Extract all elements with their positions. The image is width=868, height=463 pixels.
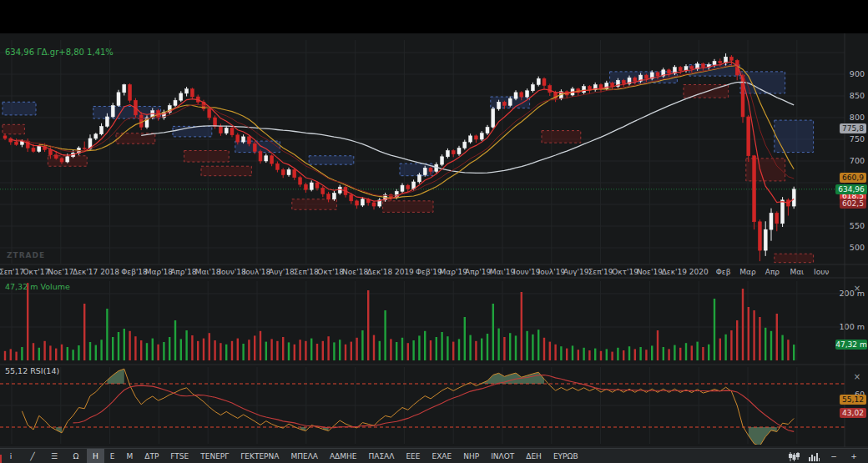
rsi-name: RSI(14) xyxy=(30,366,59,375)
toolbar-spacer xyxy=(584,449,785,463)
svg-text:800: 800 xyxy=(850,113,865,122)
volume-pane-close-icon[interactable]: × xyxy=(852,284,862,294)
ticker-shortcut-ΔΤΡ[interactable]: ΔΤΡ xyxy=(139,449,164,463)
svg-text:900: 900 xyxy=(850,69,865,78)
svg-text:Ιουν: Ιουν xyxy=(814,268,829,276)
svg-text:Απρ: Απρ xyxy=(765,268,780,276)
ticker-shortcut-ΕΕΕ[interactable]: ΕΕΕ xyxy=(400,449,426,463)
ticker-shortcut-ΝΗΡ[interactable]: ΝΗΡ xyxy=(457,449,485,463)
toolbar-right-group: − + xyxy=(785,449,868,463)
toolbar-left-group: i╱☰Ω xyxy=(0,449,87,463)
ticker-symbol: ΓΔ.gr xyxy=(37,48,58,57)
zoom-out-button[interactable]: − xyxy=(825,452,843,460)
svg-text:Φεβ: Φεβ xyxy=(716,268,731,276)
svg-text:Ιουλ'19: Ιουλ'19 xyxy=(537,268,565,276)
svg-text:Μαι'18: Μαι'18 xyxy=(195,268,221,276)
svg-text:Απρ'19: Απρ'19 xyxy=(465,268,491,276)
candle-chart-icon[interactable] xyxy=(785,452,803,461)
svg-text:Μαι'19: Μαι'19 xyxy=(490,268,516,276)
ticker-shortcut-ΠΑΣΑΛ[interactable]: ΠΑΣΑΛ xyxy=(363,449,401,463)
svg-text:Ιουλ'18: Ιουλ'18 xyxy=(244,268,271,276)
ticker-shortcut-FTSE[interactable]: FTSE xyxy=(164,449,194,463)
svg-text:2018: 2018 xyxy=(100,268,119,276)
svg-text:Οκτ'18: Οκτ'18 xyxy=(317,268,344,276)
rsi-value-badge: 55,12 xyxy=(840,395,866,405)
edge-marker xyxy=(0,455,2,463)
ticker-shortcut-ΓΕΚΤΕΡΝΑ[interactable]: ΓΕΚΤΕΡΝΑ xyxy=(235,449,285,463)
svg-text:Ιουν'18: Ιουν'18 xyxy=(219,268,246,276)
svg-text:Δεκ'17: Δεκ'17 xyxy=(73,268,98,276)
zoom-in-button[interactable]: + xyxy=(845,452,863,460)
last-price-badge: 634,96 xyxy=(835,184,867,194)
svg-text:Σεπ'18: Σεπ'18 xyxy=(294,268,319,276)
ticker-shortcut-ΙΝΛΟΤ[interactable]: ΙΝΛΟΤ xyxy=(485,449,520,463)
bottom-toolbar: i╱☰Ω ΗΕΜ ΔΤΡFTSEΤΕΝΕΡΓΓΕΚΤΕΡΝΑΜΠΕΛΑΑΔΜΗΕ… xyxy=(0,448,868,463)
svg-text:Οκτ'19: Οκτ'19 xyxy=(612,268,638,276)
rsi-pane-close-icon[interactable]: × xyxy=(852,372,862,382)
svg-text:Δεκ'18: Δεκ'18 xyxy=(367,268,393,276)
svg-text:Μαρ: Μαρ xyxy=(739,268,756,276)
ticker-shortcut-group: ΔΤΡFTSEΤΕΝΕΡΓΓΕΚΤΕΡΝΑΜΠΕΛΑΑΔΜΗΕΠΑΣΑΛΕΕΕΕ… xyxy=(139,449,583,463)
watchlist-icon[interactable]: ☰ xyxy=(43,449,65,463)
ticker-shortcut-ΕΧΑΕ[interactable]: ΕΧΑΕ xyxy=(426,449,458,463)
svg-text:Μαρ'19: Μαρ'19 xyxy=(440,268,468,276)
rsi-indicator-label: 55,12 RSI(14) xyxy=(5,366,59,375)
timeframe-button-Η[interactable]: Η xyxy=(87,449,104,463)
svg-text:2019: 2019 xyxy=(395,268,414,276)
volume-name: Volume xyxy=(41,282,70,291)
ticker-info: 634,96 ΓΔ.gr+8,80 1,41% xyxy=(5,48,114,57)
ticker-change: +8,80 xyxy=(58,48,84,57)
trendline-icon[interactable]: ╱ xyxy=(22,449,43,463)
ma-value-badge-0: 775,8 xyxy=(840,123,866,133)
ma-value-badge-3: 602,5 xyxy=(840,199,866,209)
svg-text:700: 700 xyxy=(850,156,865,165)
timeframe-button-Μ[interactable]: Μ xyxy=(120,449,139,463)
timeframe-group: ΗΕΜ xyxy=(87,449,139,463)
platform-watermark: ZTRADE xyxy=(7,251,45,259)
rsi-last-value: 55,12 xyxy=(5,366,28,375)
svg-text:Σεπ'17: Σεπ'17 xyxy=(0,268,24,276)
svg-text:Νοε'19: Νοε'19 xyxy=(637,268,663,276)
ticker-change-pct: 1,41% xyxy=(87,48,114,57)
svg-text:Ιουν'19: Ιουν'19 xyxy=(513,268,541,276)
svg-text:Φεβ'19: Φεβ'19 xyxy=(416,268,442,276)
trading-chart-app: 900850800750700550500Σεπ'17Οκτ'17Νοε'17Δ… xyxy=(0,0,868,463)
svg-text:100 m: 100 m xyxy=(840,322,865,331)
svg-text:Αυγ'18: Αυγ'18 xyxy=(269,268,295,276)
svg-text:Αυγ'19: Αυγ'19 xyxy=(563,268,589,276)
ma-value-badge-1: 660,9 xyxy=(840,173,866,183)
svg-text:Νοε'17: Νοε'17 xyxy=(48,268,73,276)
svg-text:Μαι: Μαι xyxy=(790,268,804,276)
ticker-shortcut-ΔΕΗ[interactable]: ΔΕΗ xyxy=(520,449,548,463)
rsi-ma-value-badge: 43,02 xyxy=(840,408,866,418)
svg-text:Φεβ'18: Φεβ'18 xyxy=(121,268,148,276)
ticker-shortcut-ΑΔΜΗΕ[interactable]: ΑΔΜΗΕ xyxy=(324,449,363,463)
info-icon[interactable]: i xyxy=(0,449,22,463)
svg-text:Οκτ'17: Οκτ'17 xyxy=(23,268,50,276)
omega-icon[interactable]: Ω xyxy=(65,449,87,463)
volume-value-badge: 47,32 m xyxy=(835,340,867,350)
ticker-shortcut-ΕΥΡΩΒ[interactable]: ΕΥΡΩΒ xyxy=(548,449,584,463)
svg-text:Μαρ'18: Μαρ'18 xyxy=(145,268,174,276)
ticker-shortcut-ΤΕΝΕΡΓ[interactable]: ΤΕΝΕΡΓ xyxy=(194,449,235,463)
svg-text:550: 550 xyxy=(850,221,865,230)
svg-text:Δεκ'19: Δεκ'19 xyxy=(662,268,688,276)
svg-text:750: 750 xyxy=(850,134,865,143)
ticker-last: 634,96 xyxy=(5,48,34,57)
svg-text:850: 850 xyxy=(850,91,865,100)
svg-text:2020: 2020 xyxy=(689,268,709,276)
volume-bars-icon[interactable] xyxy=(805,452,823,461)
svg-text:500: 500 xyxy=(850,243,865,252)
ticker-shortcut-ΜΠΕΛΑ[interactable]: ΜΠΕΛΑ xyxy=(285,449,324,463)
svg-text:Νοε'18: Νοε'18 xyxy=(342,268,368,276)
svg-text:Σεπ'19: Σεπ'19 xyxy=(588,268,613,276)
volume-indicator-label: 47,32 m Volume xyxy=(5,282,70,291)
svg-text:Απρ'18: Απρ'18 xyxy=(170,268,196,276)
chart-canvas[interactable]: 900850800750700550500Σεπ'17Οκτ'17Νοε'17Δ… xyxy=(0,0,868,463)
volume-last-value: 47,32 m xyxy=(5,282,38,291)
timeframe-button-Ε[interactable]: Ε xyxy=(104,449,121,463)
